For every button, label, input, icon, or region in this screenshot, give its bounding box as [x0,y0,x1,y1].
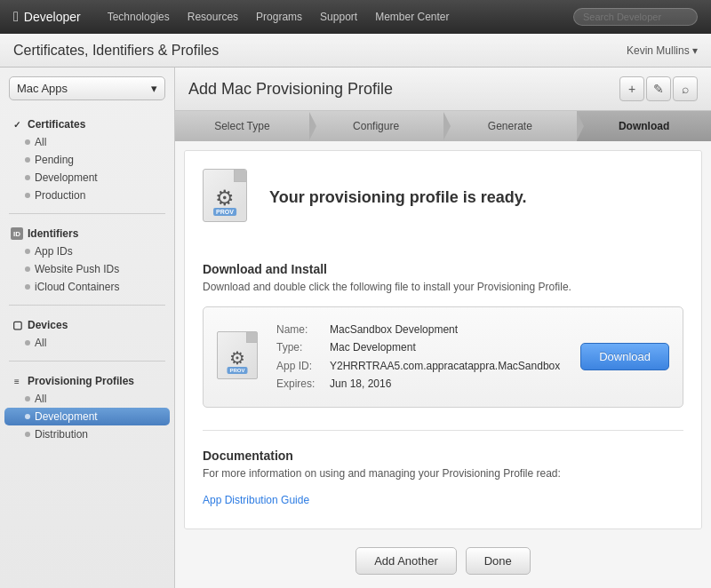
profile-appid-value: Y2HRRTRAA5.com.appracatappra.MacSandbox [330,357,560,375]
nav-resources[interactable]: Resources [188,11,238,23]
gear-icon-small: ⚙ [229,347,245,369]
sidebar-divider-3 [9,361,165,362]
documentation-title: Documentation [203,449,683,463]
apple-icon:  [13,9,19,25]
ready-message: Your provisioning profile is ready. [269,188,526,207]
wizard-step-configure[interactable]: Configure [309,111,443,141]
footer-buttons: Add Another Done [175,538,711,588]
add-button[interactable]: + [619,76,644,101]
nav-technologies[interactable]: Technologies [108,11,170,23]
sidebar-item-app-ids[interactable]: App IDs [0,242,174,260]
logo-label: Developer [24,10,81,24]
app-distribution-guide-link[interactable]: App Distribution Guide [203,494,309,506]
sub-header: Certificates, Identifiers & Profiles Kev… [0,34,711,68]
prov-icon-small: ⚙ PROV [217,331,263,383]
bullet-icon [25,266,30,272]
sidebar-section-certificates: ✓ Certificates All Pending Development P… [0,109,174,209]
documentation-desc: For more information on using and managi… [203,467,683,480]
toolbar: + ✎ ⌕ [619,76,698,101]
nav-links: Technologies Resources Programs Support … [108,11,555,23]
sidebar-divider-1 [9,213,165,214]
identifiers-icon: ID [11,227,23,240]
devices-icon: ▢ [11,319,23,331]
documentation-section: Documentation For more information on us… [203,430,683,506]
devices-header: ▢ Devices [0,314,174,334]
search-button[interactable]: ⌕ [673,76,698,101]
download-install-desc: Download and double click the following … [203,281,683,293]
bullet-icon [25,432,30,437]
sidebar-item-cert-all[interactable]: All [0,133,174,151]
sidebar-section-identifiers: ID Identifiers App IDs Website Push IDs … [0,219,174,300]
sidebar-item-prov-distribution[interactable]: Distribution [0,425,174,443]
devices-label: Devices [28,319,68,331]
profile-type-row: Type: Mac Development [276,338,567,356]
profile-details: Name: MacSandbox Development Type: Mac D… [276,321,567,393]
certificates-icon: ✓ [11,118,23,131]
sidebar-item-cert-production[interactable]: Production [0,187,174,204]
bullet-icon [25,396,30,401]
nav-programs[interactable]: Programs [256,11,302,23]
type-label: Type: [276,338,330,356]
content-header: Add Mac Provisioning Profile + ✎ ⌕ [175,68,711,111]
profile-expires-value: Jun 18, 2016 [330,375,391,393]
done-button[interactable]: Done [466,547,531,575]
bullet-icon [25,284,30,290]
nav-support[interactable]: Support [320,11,357,23]
edit-button[interactable]: ✎ [646,76,671,101]
doc-fold-small [246,332,257,343]
prov-label-small: PROV [227,367,247,374]
download-profile-button[interactable]: Download [580,343,669,370]
sidebar-item-website-push-ids[interactable]: Website Push IDs [0,260,174,278]
search-input[interactable] [573,8,698,26]
page-title: Add Mac Provisioning Profile [188,80,393,99]
add-another-button[interactable]: Add Another [356,547,457,575]
wizard-step-select-type[interactable]: Select Type [175,111,309,141]
main-content: ⚙ PROV Your provisioning profile is read… [184,150,702,529]
profile-name-row: Name: MacSandbox Development [276,321,567,338]
bullet-icon [25,414,30,419]
content-area: Add Mac Provisioning Profile + ✎ ⌕ Selec… [175,68,711,588]
profile-expires-row: Expires: Jun 18, 2016 [276,375,567,393]
nav-member-center[interactable]: Member Center [375,11,449,23]
sidebar-item-prov-all[interactable]: All [0,390,174,408]
ready-section: ⚙ PROV Your provisioning profile is read… [203,169,683,240]
chevron-down-icon: ▾ [151,82,157,95]
sidebar-section-devices: ▢ Devices All [0,310,174,356]
sidebar-divider-2 [9,305,165,306]
wizard-step-generate[interactable]: Generate [443,111,578,141]
sidebar-item-icloud-containers[interactable]: iCloud Containers [0,278,174,296]
profile-appid-row: App ID: Y2HRRTRAA5.com.appracatappra.Mac… [276,357,567,375]
provisioning-icon: ≡ [11,375,23,387]
provisioning-header: ≡ Provisioning Profiles [0,370,174,390]
certificates-label: Certificates [28,118,85,131]
sidebar-dropdown[interactable]: Mac Apps ▾ [9,76,165,100]
sidebar-item-prov-development[interactable]: Development [4,408,170,425]
profile-name-value: MacSandbox Development [330,321,458,338]
sidebar: Mac Apps ▾ ✓ Certificates All Pending De… [0,68,175,588]
profile-type-value: Mac Development [330,338,416,356]
bullet-icon [25,340,30,346]
gear-icon: ⚙ [215,186,235,211]
sidebar-item-devices-all[interactable]: All [0,334,174,352]
sidebar-item-cert-pending[interactable]: Pending [0,151,174,169]
user-menu[interactable]: Kevin Mullins ▾ [627,44,698,57]
sidebar-item-cert-development[interactable]: Development [0,169,174,187]
provisioning-label: Provisioning Profiles [28,375,134,387]
bullet-icon [25,175,30,180]
bullet-icon [25,157,30,163]
bullet-icon [25,139,30,145]
logo:  Developer [13,9,81,25]
main-layout: Mac Apps ▾ ✓ Certificates All Pending De… [0,68,711,588]
prov-label: PROV [213,208,236,216]
sidebar-dropdown-label: Mac Apps [17,82,68,95]
download-install-section: Download and Install Download and double… [203,262,683,293]
name-label: Name: [276,321,330,338]
bullet-icon [25,249,30,254]
bullet-icon [25,193,30,198]
profile-card: ⚙ PROV Name: MacSandbox Development Type… [203,306,683,408]
doc-fold [234,170,246,182]
identifiers-header: ID Identifiers [0,223,174,242]
expires-label: Expires: [276,375,330,393]
wizard-step-download[interactable]: Download [577,111,711,141]
certificates-header: ✓ Certificates [0,114,174,133]
